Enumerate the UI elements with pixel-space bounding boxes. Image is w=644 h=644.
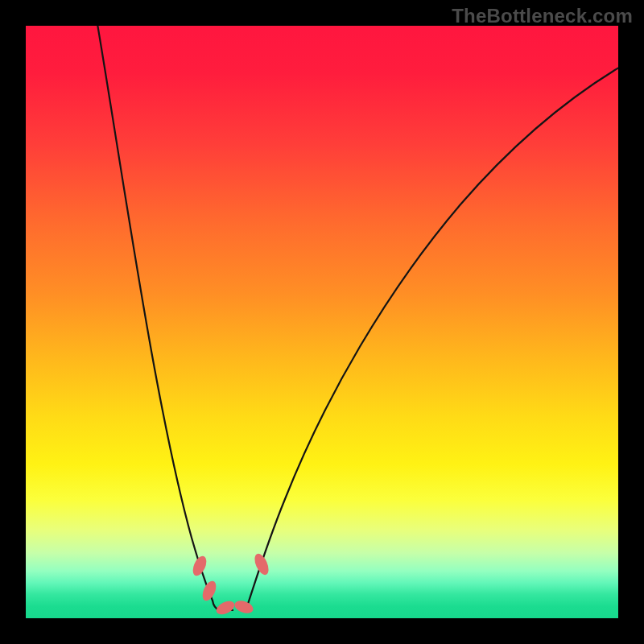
left-marker-upper — [190, 554, 208, 577]
chart-frame: TheBottleneck.com — [0, 0, 644, 644]
bottom-marker-right — [233, 598, 254, 615]
left-marker-lower — [200, 579, 218, 602]
bottom-marker-left — [214, 598, 237, 617]
right-marker — [252, 551, 271, 576]
right-curve — [240, 66, 618, 610]
left-curve — [97, 26, 233, 610]
markers-group — [190, 551, 271, 617]
curves-svg — [26, 26, 618, 618]
watermark-text: TheBottleneck.com — [452, 5, 633, 27]
plot-area — [26, 26, 618, 618]
